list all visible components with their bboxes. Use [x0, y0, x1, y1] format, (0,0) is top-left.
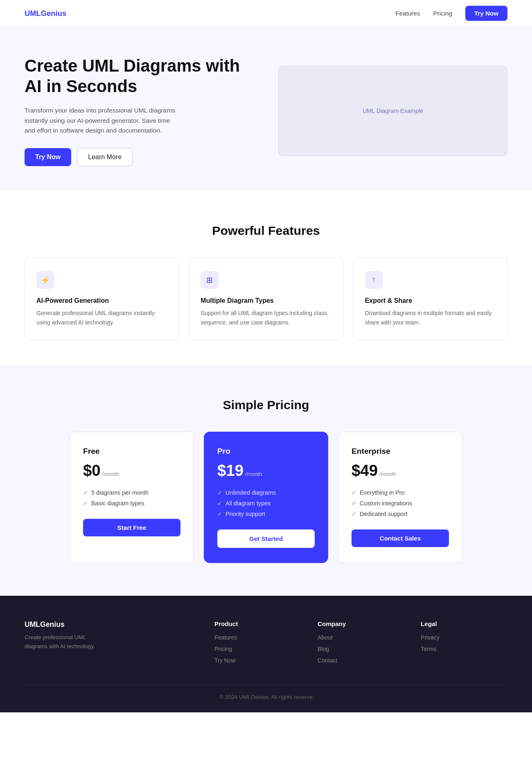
pricing-features-list: ✓ Unlimited diagrams ✓ All diagram types… [217, 489, 315, 517]
footer-link: Contact [318, 657, 404, 664]
features-title: Powerful Features [25, 223, 507, 238]
pricing-cta-free[interactable]: Start Free [83, 519, 180, 536]
footer-link: Terms [421, 645, 507, 653]
feature-title-0: AI-Powered Generation [36, 297, 167, 304]
pricing-amount: $19 /month [217, 462, 315, 480]
footer-link: About [318, 634, 404, 641]
footer-copyright: © 2024 UMLGenius. All rights reserve [219, 694, 313, 700]
footer-brand-desc: Create professional UML diagrams with AI… [25, 633, 106, 651]
pricing-tier: Enterprise [352, 447, 449, 456]
footer-col-legal: Legal PrivacyTerms [421, 620, 507, 668]
pricing-grid: Free $0 /month ✓ 5 diagrams per month ✓ … [70, 432, 462, 563]
footer-col-company: Company AboutBlogContact [318, 620, 404, 668]
nav-cta-button[interactable]: Try Now [465, 6, 507, 21]
pricing-amount: $49 /month [352, 462, 449, 480]
feature-icon-2: ↑ [365, 271, 383, 289]
pricing-features-list: ✓ Everything in Pro ✓ Custom integration… [352, 489, 449, 517]
footer-link-anchor[interactable]: Terms [421, 646, 436, 652]
footer-col-title-2: Legal [421, 620, 507, 627]
check-icon: ✓ [352, 489, 356, 496]
footer-bottom: © 2024 UMLGenius. All rights reserve [25, 685, 507, 700]
price-value: $19 [217, 462, 243, 480]
footer-link: Pricing [214, 645, 301, 653]
hero-description: Transform your ideas into professional U… [25, 106, 180, 136]
price-value: $0 [83, 462, 101, 480]
pricing-feature: ✓ Everything in Pro [352, 489, 449, 496]
nav-links: Features Pricing Try Now [396, 6, 507, 21]
feature-card-1: ⊞ Multiple Diagram Types Support for all… [189, 257, 343, 340]
check-icon: ✓ [217, 500, 222, 507]
footer: UMLGenius Create professional UML diagra… [0, 596, 532, 712]
pricing-feature: ✓ Priority support [217, 511, 315, 517]
feature-desc-0: Generate professional UML diagrams insta… [36, 309, 167, 327]
check-icon: ✓ [352, 500, 356, 507]
features-section: Powerful Features ⚡ AI-Powered Generatio… [0, 191, 532, 365]
price-per: /month [102, 471, 119, 477]
feature-desc-1: Support for all UML diagram types includ… [201, 309, 331, 327]
pricing-feature: ✓ Unlimited diagrams [217, 489, 315, 496]
pricing-feature: ✓ Custom integrations [352, 500, 449, 507]
footer-col-title-0: Product [214, 620, 301, 627]
footer-link-anchor[interactable]: Features [214, 634, 237, 641]
footer-brand-name: UMLGenius [25, 620, 198, 629]
footer-col-links-1: AboutBlogContact [318, 634, 404, 664]
feature-title-1: Multiple Diagram Types [201, 297, 331, 304]
footer-link-anchor[interactable]: Pricing [214, 646, 232, 652]
feature-desc-2: Download diagrams in multiple formats an… [365, 309, 496, 327]
hero-learn-more-button[interactable]: Learn More [77, 148, 133, 166]
check-icon: ✓ [217, 511, 222, 517]
pricing-feature: ✓ All diagram types [217, 500, 315, 507]
check-icon: ✓ [217, 489, 222, 496]
pricing-card-enterprise: Enterprise $49 /month ✓ Everything in Pr… [338, 432, 462, 563]
pricing-cta-enterprise[interactable]: Contact Sales [352, 529, 449, 547]
footer-link: Blog [318, 645, 404, 653]
footer-link-anchor[interactable]: About [318, 634, 333, 641]
price-value: $49 [352, 462, 378, 480]
features-grid: ⚡ AI-Powered Generation Generate profess… [25, 257, 507, 340]
navbar: UMLGenius Features Pricing Try Now [0, 0, 532, 27]
pricing-amount: $0 /month [83, 462, 180, 480]
footer-col-product: Product FeaturesPricingTry Now [214, 620, 301, 668]
hero-image: UML Diagram Example [278, 66, 507, 156]
feature-card-0: ⚡ AI-Powered Generation Generate profess… [25, 257, 179, 340]
footer-link-anchor[interactable]: Contact [318, 657, 338, 664]
nav-link-pricing[interactable]: Pricing [433, 10, 452, 17]
feature-icon-0: ⚡ [36, 271, 54, 289]
pricing-tier: Pro [217, 447, 315, 456]
footer-link: Features [214, 634, 301, 641]
pricing-feature: ✓ 5 diagrams per month [83, 489, 180, 496]
nav-link-features[interactable]: Features [396, 10, 420, 17]
footer-brand: UMLGenius Create professional UML diagra… [25, 620, 198, 668]
nav-logo[interactable]: UMLGenius [25, 9, 66, 18]
check-icon: ✓ [352, 511, 356, 517]
hero-section: Create UML Diagrams with AI in Seconds T… [0, 27, 532, 191]
pricing-features-list: ✓ 5 diagrams per month ✓ Basic diagram t… [83, 489, 180, 507]
hero-title: Create UML Diagrams with AI in Seconds [25, 56, 254, 97]
footer-link-anchor[interactable]: Privacy [421, 634, 440, 641]
footer-link: Try Now [214, 657, 301, 664]
hero-content: Create UML Diagrams with AI in Seconds T… [25, 56, 254, 166]
pricing-card-pro: Pro $19 /month ✓ Unlimited diagrams ✓ Al… [204, 432, 328, 563]
footer-link-anchor[interactable]: Try Now [214, 657, 236, 664]
pricing-feature: ✓ Basic diagram types [83, 500, 180, 507]
pricing-section: Simple Pricing Free $0 /month ✓ 5 diagra… [0, 365, 532, 596]
footer-col-title-1: Company [318, 620, 404, 627]
feature-title-2: Export & Share [365, 297, 496, 304]
feature-icon-1: ⊞ [201, 271, 219, 289]
price-per: /month [245, 471, 262, 477]
pricing-cta-pro[interactable]: Get Started [217, 529, 315, 548]
hero-try-now-button[interactable]: Try Now [25, 148, 71, 166]
footer-top: UMLGenius Create professional UML diagra… [25, 620, 507, 668]
hero-buttons: Try Now Learn More [25, 148, 254, 166]
feature-card-2: ↑ Export & Share Download diagrams in mu… [353, 257, 507, 340]
footer-link-anchor[interactable]: Blog [318, 646, 329, 652]
pricing-card-free: Free $0 /month ✓ 5 diagrams per month ✓ … [70, 432, 194, 563]
pricing-title: Simple Pricing [25, 398, 507, 412]
pricing-feature: ✓ Dedicated support [352, 511, 449, 517]
footer-col-links-2: PrivacyTerms [421, 634, 507, 653]
pricing-tier: Free [83, 447, 180, 456]
hero-image-area: UML Diagram Example [278, 66, 507, 156]
footer-col-links-0: FeaturesPricingTry Now [214, 634, 301, 664]
check-icon: ✓ [83, 500, 88, 507]
price-per: /month [379, 471, 397, 477]
